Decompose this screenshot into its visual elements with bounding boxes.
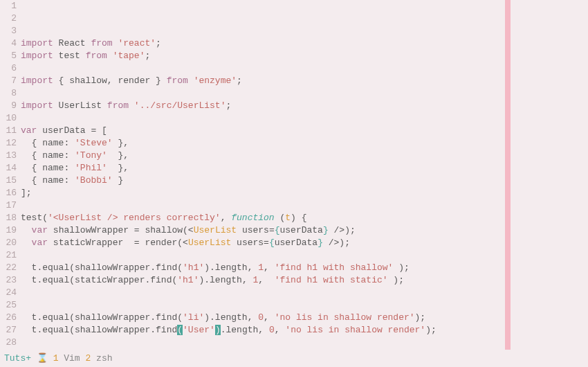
line-number: 14 (0, 162, 17, 174)
line-number: 3 (0, 25, 17, 37)
code-line (21, 249, 588, 262)
code-line: var userData = [ (21, 125, 588, 137)
line-number: 18 (0, 212, 17, 224)
code-line: t.equal(shallowWrapper.find('h1').length… (21, 262, 588, 274)
code-line (21, 349, 588, 361)
code-line (21, 287, 588, 299)
line-number: 17 (0, 199, 17, 212)
line-number: 16 (0, 187, 17, 199)
code-line (21, 299, 588, 312)
code-line: { name: 'Tony' }, (21, 150, 588, 162)
code-line: var shallowWrapper = shallow(<UserList u… (21, 224, 588, 237)
line-number: 13 (0, 150, 17, 162)
line-number: 25 (0, 299, 17, 312)
line-number: 6 (0, 62, 17, 75)
line-number: 27 (0, 324, 17, 337)
line-number: 19 (0, 224, 17, 237)
code-line: t.equal(staticWrapper.find('h1').length,… (21, 274, 588, 287)
code-line (21, 62, 588, 75)
code-line: test('<UserList /> renders correctly', f… (21, 212, 588, 224)
code-line (21, 199, 588, 212)
line-number: 22 (0, 262, 17, 274)
code-line: t.equal(shallowWrapper.find('li').length… (21, 312, 588, 324)
code-line (21, 87, 588, 100)
code-line: import React from 'react'; (21, 37, 588, 50)
line-number: 11 (0, 125, 17, 137)
line-number: 10 (0, 112, 17, 125)
code-line: var staticWrapper = render(<UserList use… (21, 237, 588, 249)
line-number: 4 (0, 37, 17, 50)
editor[interactable]: 1234567891011121314151617181920212223242… (0, 0, 588, 350)
line-number: 23 (0, 274, 17, 287)
line-number: 26 (0, 312, 17, 324)
code-line (21, 337, 588, 349)
code-line: import { shallow, render } from 'enzyme'… (21, 75, 588, 87)
line-number: 15 (0, 174, 17, 187)
line-number: 1 (0, 0, 17, 12)
code-line: { name: 'Steve' }, (21, 137, 588, 150)
code-line: t.equal(shallowWrapper.find('User').leng… (21, 324, 588, 337)
line-number: 2 (0, 12, 17, 25)
line-number: 7 (0, 75, 17, 87)
line-number: 5 (0, 50, 17, 62)
code-line (21, 112, 588, 125)
code-line (21, 361, 588, 367)
line-number: 20 (0, 237, 17, 249)
code-content: import React from 'react';import test fr… (21, 37, 588, 367)
line-number: 24 (0, 287, 17, 299)
code-line: import test from 'tape'; (21, 50, 588, 62)
line-number: 9 (0, 100, 17, 112)
code-line: import UserList from '../src/UserList'; (21, 100, 588, 112)
line-number-gutter: 1234567891011121314151617181920212223242… (0, 0, 21, 350)
line-number: 21 (0, 249, 17, 262)
line-number: 28 (0, 337, 17, 349)
code-area[interactable]: import React from 'react';import test fr… (21, 0, 588, 350)
code-line: ]; (21, 187, 588, 199)
code-line: { name: 'Phil' }, (21, 162, 588, 174)
code-line: { name: 'Bobbi' } (21, 174, 588, 187)
line-number: 8 (0, 87, 17, 100)
line-number: 12 (0, 137, 17, 150)
